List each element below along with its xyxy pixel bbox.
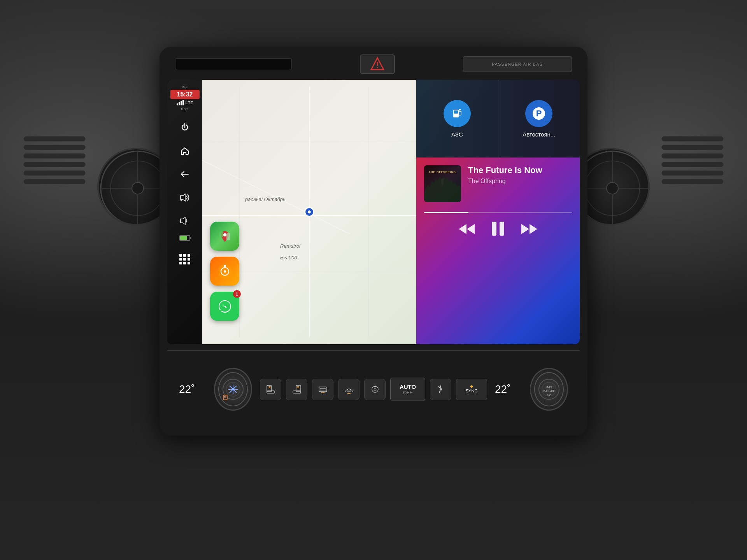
left-outer-vent [23, 136, 86, 253]
volume-up-button[interactable]: + [173, 187, 196, 208]
hazard-icon [370, 56, 385, 72]
music-content: THE OFFSPRING [424, 165, 572, 336]
rewind-button[interactable] [458, 223, 475, 238]
music-app-icon[interactable] [210, 257, 239, 286]
battery-indicator [179, 235, 190, 241]
svg-text:THE OFFSPRING: THE OFFSPRING [429, 171, 456, 173]
status-bar: MIC 15:32 LTE RST [167, 86, 202, 111]
vent-slat [23, 170, 86, 176]
pause-button[interactable] [491, 221, 505, 240]
svg-rect-27 [459, 111, 461, 115]
gas-station-card[interactable]: АЗС [416, 80, 498, 158]
svg-rect-50 [267, 391, 275, 393]
carplay-screen[interactable]: MIC 15:32 LTE RST [167, 80, 580, 344]
vent-slat [23, 179, 86, 184]
svg-point-15 [308, 210, 311, 214]
track-title: The Future Is Now [468, 165, 572, 175]
poi-row: АЗС P Автостоян... [416, 80, 580, 158]
front-defrost-btn[interactable] [338, 379, 359, 400]
svg-marker-6 [181, 217, 185, 224]
music-top: THE OFFSPRING [424, 165, 572, 202]
recirc-btn[interactable] [364, 379, 386, 400]
svg-point-21 [224, 270, 226, 273]
svg-point-2 [377, 67, 378, 68]
fuel-icon [450, 107, 464, 121]
whatsapp-notification-badge: 1 [233, 290, 241, 298]
svg-point-62 [542, 382, 556, 396]
map-area[interactable]: расный Октябрь Remstroi Bis 000 [202, 80, 416, 344]
sync-indicator [470, 385, 473, 388]
track-artist: The Offspring [468, 178, 572, 185]
rewind-icon [458, 223, 475, 235]
vent-slat [23, 162, 86, 167]
map-label-red-october: расный Октябрь [245, 196, 286, 202]
rst-area[interactable]: RST [181, 107, 189, 111]
home-button[interactable] [173, 140, 196, 161]
svg-marker-36 [467, 224, 475, 234]
back-button[interactable] [173, 163, 196, 185]
album-artwork: THE OFFSPRING [424, 165, 461, 202]
vent-slat [661, 153, 724, 159]
gas-station-icon [444, 100, 471, 127]
signal-bars [177, 100, 184, 105]
forward-button[interactable] [521, 223, 538, 238]
power-button[interactable] [173, 117, 196, 138]
sync-label: SYNC [466, 388, 478, 393]
music-player[interactable]: THE OFFSPRING [416, 158, 580, 344]
svg-text:P: P [536, 108, 542, 118]
mic-label: MIC [182, 86, 188, 88]
svg-marker-40 [530, 224, 537, 234]
auto-off-button[interactable]: AUTO OFF [390, 378, 425, 401]
battery-fill [180, 236, 187, 240]
map-label-remstroi: Remstroi [280, 243, 300, 249]
climate-buttons-row: AUTO OFF SYNC [260, 378, 487, 401]
right-climate-dial[interactable]: MAX MAX A/C A/C [530, 368, 568, 411]
whatsapp-app-icon[interactable]: 1 [210, 292, 239, 321]
passenger-airbag-label: PASSENGER AIR BAG [463, 56, 572, 72]
svg-point-75 [607, 182, 618, 194]
seat-heat-right-btn[interactable] [286, 379, 307, 400]
seat-heat-right-icon [291, 384, 302, 395]
right-dial-icon: MAX MAX A/C A/C [537, 378, 561, 401]
svg-rect-18 [226, 233, 230, 240]
seat-heat-left-btn[interactable] [260, 379, 281, 400]
power-icon [180, 123, 189, 132]
signal-area: LTE [177, 100, 193, 105]
volume-down-button[interactable] [173, 210, 196, 231]
svg-rect-26 [454, 110, 458, 114]
progress-bar[interactable] [424, 212, 572, 213]
volume-down-icon [180, 217, 190, 225]
apps-grid-button[interactable] [173, 248, 196, 270]
carplay-screen-container[interactable]: MIC 15:32 LTE RST [167, 80, 580, 344]
main-content: расный Октябрь Remstroi Bis 000 [202, 80, 580, 344]
vent-slat [23, 153, 86, 159]
rear-defrost-btn[interactable] [312, 379, 333, 400]
svg-rect-17 [219, 232, 223, 237]
fan-speed-btn[interactable] [430, 379, 451, 400]
svg-point-59 [374, 388, 376, 390]
home-icon [180, 146, 189, 156]
svg-text:+: + [185, 200, 186, 202]
sync-button[interactable]: SYNC [456, 379, 487, 400]
parking-card[interactable]: P Автостоян... [498, 80, 580, 158]
map-label-bis: Bis 000 [280, 255, 297, 261]
svg-point-29 [459, 109, 461, 110]
album-art: THE OFFSPRING [424, 165, 461, 202]
svg-marker-39 [521, 224, 529, 234]
svg-point-60 [440, 388, 442, 390]
vent-slat [661, 145, 724, 150]
svg-line-46 [230, 386, 237, 393]
svg-point-70 [132, 182, 144, 194]
svg-marker-35 [459, 224, 466, 234]
cd-slot [175, 58, 292, 70]
left-climate-dial[interactable] [214, 368, 252, 411]
svg-text:MAX: MAX [545, 385, 552, 389]
parking-symbol-icon: P [532, 107, 546, 121]
hazard-button[interactable] [360, 54, 395, 74]
maps-app-icon[interactable] [210, 222, 239, 251]
front-defrost-icon [344, 384, 354, 395]
dashboard: PASSENGER AIR BAG MIC 15:32 [0, 0, 747, 560]
seat-heat-left-icon [265, 384, 276, 395]
fan-icon [435, 384, 446, 395]
lte-badge: LTE [186, 100, 193, 105]
